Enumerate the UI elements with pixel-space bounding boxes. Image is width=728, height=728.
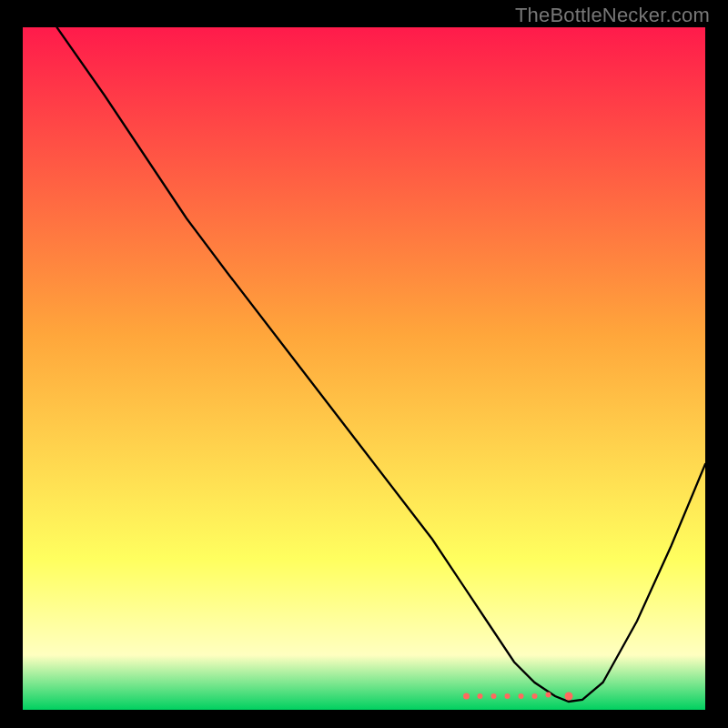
marker-dot	[491, 693, 497, 699]
chart-frame: TheBottleNecker.com	[0, 0, 728, 728]
marker-dot	[519, 693, 524, 699]
plot-area	[23, 27, 705, 710]
watermark-text: TheBottleNecker.com	[515, 4, 710, 27]
chart-svg	[23, 27, 705, 710]
marker-dot	[463, 693, 470, 700]
gradient-background	[23, 27, 705, 710]
marker-dot	[478, 693, 483, 699]
marker-dot	[532, 693, 538, 699]
marker-dot	[505, 693, 511, 699]
marker-dot	[546, 693, 551, 698]
marker-dot	[565, 693, 573, 701]
